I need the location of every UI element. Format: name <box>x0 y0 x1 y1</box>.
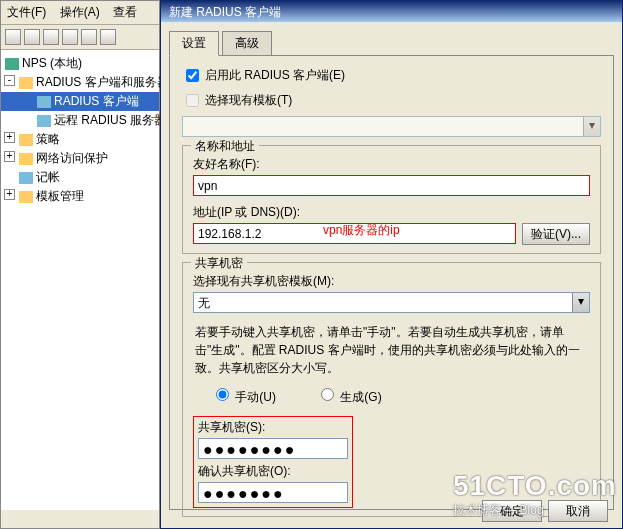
friendly-name-input[interactable] <box>193 175 590 196</box>
back-icon[interactable] <box>5 29 21 45</box>
menu-file[interactable]: 文件(F) <box>7 5 46 19</box>
tree-item[interactable]: -RADIUS 客户端和服务器 <box>1 73 159 92</box>
refresh-icon[interactable] <box>62 29 78 45</box>
secret-template-combo[interactable]: 无 ▾ <box>193 292 590 313</box>
secret-template-label: 选择现有共享机密模板(M): <box>193 273 590 290</box>
folder-icon <box>19 134 33 146</box>
select-template-checkbox <box>186 94 199 107</box>
tree-item[interactable]: +网络访问保护 <box>1 149 159 168</box>
new-radius-client-dialog: 新建 RADIUS 客户端 设置 高级 启用此 RADIUS 客户端(E) 选择… <box>160 0 623 529</box>
node-icon <box>37 115 51 127</box>
radio-generate[interactable]: 生成(G) <box>316 385 382 406</box>
enable-checkbox[interactable] <box>186 69 199 82</box>
mmc-toolbar <box>1 25 159 50</box>
help-icon[interactable] <box>100 29 116 45</box>
node-icon <box>37 96 51 108</box>
friendly-name-label: 友好名称(F): <box>193 156 590 173</box>
mmc-pane: 文件(F) 操作(A) 查看 NPS (本地) -RADIUS 客户端和服务器 … <box>0 0 160 529</box>
secret-template-value: 无 <box>194 293 572 312</box>
chevron-down-icon: ▾ <box>583 117 600 136</box>
expand-icon[interactable]: + <box>4 151 15 162</box>
folder-icon <box>19 77 33 89</box>
menu-view[interactable]: 查看 <box>113 5 137 19</box>
group-title: 名称和地址 <box>191 138 259 155</box>
select-template-label: 选择现有模板(T) <box>205 92 292 109</box>
tree-item[interactable]: +策略 <box>1 130 159 149</box>
group-name-address: 名称和地址 友好名称(F): 地址(IP 或 DNS)(D): 验证(V)...… <box>182 145 601 254</box>
folder-icon <box>19 191 33 203</box>
chevron-down-icon[interactable]: ▾ <box>572 293 589 312</box>
expand-icon[interactable]: + <box>4 189 15 200</box>
prop-icon[interactable] <box>81 29 97 45</box>
tab-advanced[interactable]: 高级 <box>222 31 272 55</box>
radio-manual[interactable]: 手动(U) <box>211 385 276 406</box>
secret-note: 若要手动键入共享机密，请单击"手动"。若要自动生成共享机密，请单击"生成"。配置… <box>195 323 588 377</box>
tree-root[interactable]: NPS (本地) <box>1 54 159 73</box>
secret-input[interactable]: ●●●●●●●● <box>198 438 348 459</box>
expand-icon[interactable]: + <box>4 132 15 143</box>
tab-bar: 设置 高级 <box>169 30 614 55</box>
secret-mode-radios: 手动(U) 生成(G) <box>211 385 590 406</box>
menu-action[interactable]: 操作(A) <box>60 5 100 19</box>
dialog-title: 新建 RADIUS 客户端 <box>161 0 622 22</box>
node-icon <box>19 172 33 184</box>
verify-button[interactable]: 验证(V)... <box>522 223 590 245</box>
tree-item[interactable]: 远程 RADIUS 服务器 <box>1 111 159 130</box>
template-row: 选择现有模板(T) <box>182 91 601 110</box>
tab-settings[interactable]: 设置 <box>169 31 219 56</box>
address-label: 地址(IP 或 DNS)(D): <box>193 204 590 221</box>
up-icon[interactable] <box>43 29 59 45</box>
mmc-menubar: 文件(F) 操作(A) 查看 <box>1 1 159 25</box>
confirm-secret-label: 确认共享机密(O): <box>198 463 348 480</box>
settings-panel: 启用此 RADIUS 客户端(E) 选择现有模板(T) ▾ 名称和地址 友好名称… <box>169 55 614 510</box>
annotation-text: vpn服务器的ip <box>323 222 400 239</box>
group-title: 共享机密 <box>191 255 247 272</box>
tree-item[interactable]: 记帐 <box>1 168 159 187</box>
secret-label: 共享机密(S): <box>198 419 348 436</box>
collapse-icon[interactable]: - <box>4 75 15 86</box>
tree-item[interactable]: +模板管理 <box>1 187 159 206</box>
enable-label: 启用此 RADIUS 客户端(E) <box>205 67 345 84</box>
nps-icon <box>5 58 19 70</box>
watermark: 51CTO.com 技术博客 — Blog <box>453 470 617 519</box>
folder-icon <box>19 153 33 165</box>
forward-icon[interactable] <box>24 29 40 45</box>
enable-row: 启用此 RADIUS 客户端(E) <box>182 66 601 85</box>
tree-item-selected[interactable]: RADIUS 客户端 <box>1 92 159 111</box>
confirm-secret-input[interactable]: ●●●●●●● <box>198 482 348 503</box>
nav-tree: NPS (本地) -RADIUS 客户端和服务器 RADIUS 客户端 远程 R… <box>1 50 159 510</box>
template-combo: ▾ <box>182 116 601 137</box>
